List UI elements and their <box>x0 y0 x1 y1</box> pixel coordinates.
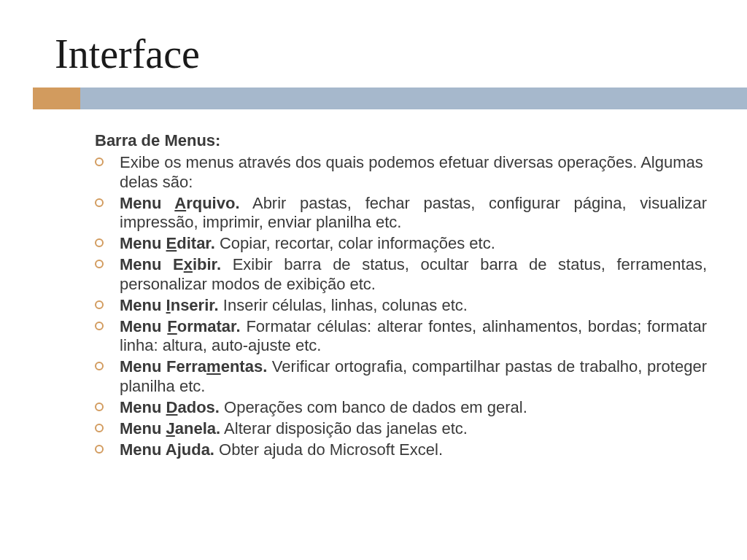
menu-accelerator: A <box>174 194 186 212</box>
menu-label-rest: anela. <box>175 419 220 438</box>
list-item: Menu Exibir. Exibir barra de status, ocu… <box>95 255 707 295</box>
menu-accelerator: m <box>206 357 221 376</box>
menu-desc: Copiar, recortar, colar informações etc. <box>215 234 495 252</box>
slide: Interface Barra de Menus: Exibe os menus… <box>0 0 747 560</box>
menu-accelerator: D <box>166 398 178 416</box>
list-item: Menu Dados. Operações com banco de dados… <box>95 398 707 418</box>
menu-label-rest: ibir. <box>193 255 221 273</box>
list-item: Menu Ferramentas. Verificar ortografia, … <box>95 357 707 397</box>
menu-label-rest: uda. <box>182 440 214 459</box>
menu-label-prefix: Menu A <box>120 440 177 459</box>
bullet-list: Exibe os menus através dos quais podemos… <box>95 153 707 459</box>
menu-label-prefix: Menu E <box>120 255 184 273</box>
menu-label-rest: nserir. <box>171 296 219 314</box>
list-item: Menu Arquivo. Abrir pastas, fechar pasta… <box>95 194 707 233</box>
menu-label-prefix: Menu <box>120 234 166 252</box>
menu-label-rest: ados. <box>177 398 219 416</box>
menu-accelerator: E <box>166 234 177 252</box>
list-item: Menu Ajuda. Obter ajuda do Microsoft Exc… <box>95 440 707 460</box>
accent-banner-right <box>80 88 747 109</box>
menu-desc: Obter ajuda do Microsoft Excel. <box>214 440 443 459</box>
list-item: Menu Inserir. Inserir células, linhas, c… <box>95 296 707 316</box>
menu-desc: Operações com banco de dados em geral. <box>220 398 527 416</box>
menu-desc: Inserir células, linhas, colunas etc. <box>219 296 468 314</box>
menu-accelerator: J <box>166 419 175 438</box>
menu-accelerator: x <box>184 255 193 273</box>
menu-label-rest: entas. <box>221 357 268 376</box>
section-heading: Barra de Menus: <box>95 131 707 150</box>
slide-title: Interface <box>0 0 747 88</box>
list-item: Menu Janela. Alterar disposição das jane… <box>95 419 707 439</box>
menu-label-prefix: Menu <box>120 419 166 438</box>
accent-banner-left <box>33 88 80 109</box>
menu-label-rest: ormatar. <box>177 317 241 335</box>
list-item: Menu Editar. Copiar, recortar, colar inf… <box>95 234 707 254</box>
accent-banner <box>33 88 747 109</box>
menu-label-prefix: Menu Ferra <box>120 357 206 376</box>
slide-content: Barra de Menus: Exibe os menus através d… <box>0 109 747 459</box>
menu-label-rest: ditar. <box>177 234 215 252</box>
menu-label-prefix: Menu <box>120 317 167 335</box>
menu-accelerator: F <box>167 317 177 335</box>
list-item: Menu Formatar. Formatar células: alterar… <box>95 317 707 357</box>
menu-desc: Alterar disposição das janelas etc. <box>220 419 468 438</box>
menu-label-rest: rquivo. <box>186 194 239 212</box>
menu-label-prefix: Menu <box>120 296 166 314</box>
item-text: Exibe os menus através dos quais podemos… <box>120 153 703 191</box>
list-item: Exibe os menus através dos quais podemos… <box>95 153 707 192</box>
menu-label-prefix: Menu <box>120 194 174 212</box>
menu-label-prefix: Menu <box>120 398 166 416</box>
